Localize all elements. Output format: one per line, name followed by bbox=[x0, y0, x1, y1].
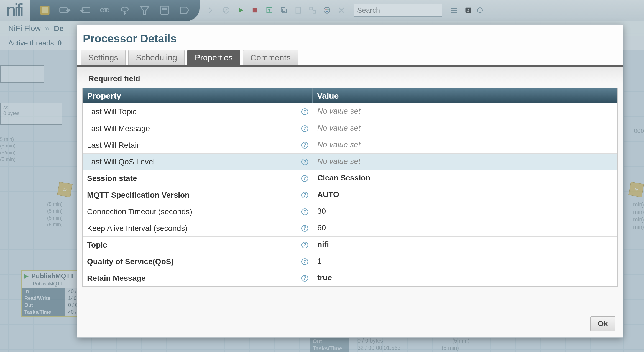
property-row[interactable]: Last Will Topic?No value set bbox=[83, 103, 617, 120]
tab-settings[interactable]: Settings bbox=[81, 50, 126, 65]
property-row[interactable]: MQTT Specification Version?AUTO bbox=[83, 187, 617, 203]
help-icon[interactable]: ? bbox=[301, 258, 308, 265]
help-icon[interactable]: ? bbox=[301, 225, 308, 232]
property-row[interactable]: Retain Message?true bbox=[83, 270, 617, 286]
property-row[interactable]: Connection Timeout (seconds)?30 bbox=[83, 203, 617, 220]
property-value[interactable]: 60 bbox=[313, 220, 559, 236]
property-value[interactable]: AUTO bbox=[313, 187, 559, 203]
property-name: Quality of Service(QoS) bbox=[87, 257, 174, 266]
property-actions bbox=[559, 187, 617, 203]
tab-properties[interactable]: Properties bbox=[187, 50, 240, 65]
property-value[interactable]: true bbox=[313, 270, 559, 286]
property-actions bbox=[559, 203, 617, 220]
tab-comments[interactable]: Comments bbox=[243, 50, 298, 65]
processor-details-dialog: Processor Details Settings Scheduling Pr… bbox=[77, 24, 623, 338]
help-icon[interactable]: ? bbox=[301, 192, 308, 198]
ok-button[interactable]: Ok bbox=[590, 316, 615, 331]
dialog-footer: Ok bbox=[590, 316, 615, 331]
property-row[interactable]: Session state?Clean Session bbox=[83, 170, 617, 187]
help-icon[interactable]: ? bbox=[301, 208, 308, 215]
help-icon[interactable]: ? bbox=[301, 242, 308, 248]
property-name: Topic bbox=[87, 241, 107, 249]
property-value[interactable]: No value set bbox=[313, 137, 559, 153]
col-actions bbox=[559, 88, 617, 103]
property-actions bbox=[559, 154, 617, 170]
property-actions bbox=[559, 103, 617, 120]
col-property: Property bbox=[83, 88, 313, 103]
property-actions bbox=[559, 237, 617, 253]
help-icon[interactable]: ? bbox=[301, 175, 308, 182]
property-name: Connection Timeout (seconds) bbox=[87, 207, 192, 216]
properties-panel: Required field Property Value Last Will … bbox=[77, 67, 623, 337]
help-icon[interactable]: ? bbox=[301, 142, 308, 149]
help-icon[interactable]: ? bbox=[301, 275, 308, 282]
property-row[interactable]: Last Will Message?No value set bbox=[83, 120, 617, 137]
property-value[interactable]: Clean Session bbox=[313, 170, 559, 187]
property-value[interactable]: No value set bbox=[313, 103, 559, 120]
properties-table: Property Value Last Will Topic?No value … bbox=[82, 88, 618, 287]
tab-scheduling[interactable]: Scheduling bbox=[128, 50, 184, 65]
property-value[interactable]: 1 bbox=[313, 253, 559, 270]
property-actions bbox=[559, 170, 617, 187]
property-value[interactable]: No value set bbox=[313, 154, 559, 170]
dialog-tabs: Settings Scheduling Properties Comments bbox=[77, 50, 623, 67]
property-actions bbox=[559, 120, 617, 137]
property-name: Retain Message bbox=[87, 274, 146, 283]
help-icon[interactable]: ? bbox=[301, 159, 308, 165]
property-name: Last Will QoS Level bbox=[87, 157, 155, 166]
property-name: MQTT Specification Version bbox=[87, 191, 190, 200]
col-value: Value bbox=[313, 88, 559, 103]
property-value[interactable]: 30 bbox=[313, 203, 559, 220]
help-icon[interactable]: ? bbox=[301, 125, 308, 132]
property-name: Keep Alive Interval (seconds) bbox=[87, 224, 188, 233]
property-row[interactable]: Last Will Retain?No value set bbox=[83, 137, 617, 153]
property-actions bbox=[559, 137, 617, 153]
property-name: Last Will Retain bbox=[87, 141, 141, 150]
property-row[interactable]: Last Will QoS Level?No value set bbox=[83, 153, 617, 170]
property-value[interactable]: No value set bbox=[313, 120, 559, 137]
property-actions bbox=[559, 253, 617, 270]
property-actions bbox=[559, 270, 617, 286]
property-row[interactable]: Keep Alive Interval (seconds)?60 bbox=[83, 220, 617, 236]
property-row[interactable]: Topic?nifi bbox=[83, 236, 617, 253]
required-field-label: Required field bbox=[82, 73, 618, 88]
property-name: Last Will Message bbox=[87, 124, 150, 133]
dialog-title: Processor Details bbox=[77, 25, 623, 50]
property-value[interactable]: nifi bbox=[313, 237, 559, 253]
property-actions bbox=[559, 220, 617, 236]
property-row[interactable]: Quality of Service(QoS)?1 bbox=[83, 253, 617, 270]
properties-table-header: Property Value bbox=[83, 88, 617, 103]
property-name: Last Will Topic bbox=[87, 107, 136, 116]
help-icon[interactable]: ? bbox=[301, 108, 308, 115]
property-name: Session state bbox=[87, 174, 137, 183]
